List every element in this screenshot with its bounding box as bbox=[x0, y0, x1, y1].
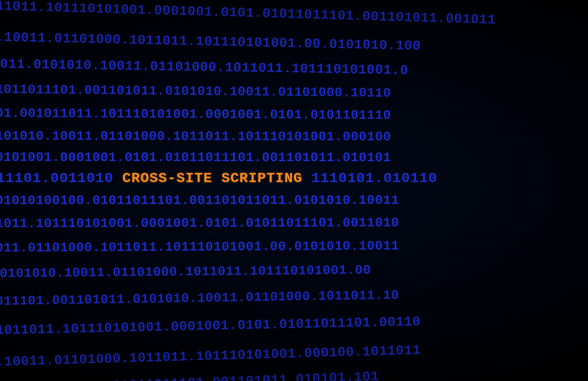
center-row: 011101.0011010 CROSS-SITE SCRIPTING 1110… bbox=[0, 171, 575, 185]
binary-row: .10011.01101000.1011011.101110101001.00.… bbox=[0, 31, 584, 56]
binary-row: .0101010.10011.01101000.1011011.10111010… bbox=[0, 261, 580, 280]
binary-row: 01011011101.001101011.0101010.10011.0110… bbox=[0, 83, 575, 101]
center-binary-left: 011101.0011010 bbox=[0, 170, 122, 186]
highlight-text: CROSS-SITE SCRIPTING bbox=[122, 170, 302, 186]
binary-row: .1011.101110101001.0001001.0101.01011011… bbox=[0, 216, 575, 230]
binary-row: 0101010.10011.01101000.1011011.101110101… bbox=[0, 130, 575, 144]
binary-row: 0011.01101000.1011011.101110101001.00.01… bbox=[0, 238, 575, 254]
binary-row: 10101001.0001001.0101.01011011101.001101… bbox=[0, 151, 575, 164]
binary-row: .10011.01101000.1011011.101110101001.000… bbox=[0, 339, 584, 369]
binary-row: 001010100100.01011011101.001101011011.01… bbox=[0, 194, 575, 207]
binary-row: 01011011.101110101001.0001001.0101.01011… bbox=[0, 312, 575, 337]
binary-canvas: 011011.101110101001.0001001.0101.0101101… bbox=[0, 0, 588, 381]
binary-row: .011.0101010.10011.01101000.1011011.1011… bbox=[0, 57, 580, 80]
center-binary-right: 1110101.010110 bbox=[302, 170, 437, 186]
binary-row: 011011.101110101001.0001001.0101.0101101… bbox=[0, 0, 575, 29]
binary-row: 1011101.001101011.0101010.10011.01101000… bbox=[0, 286, 575, 308]
binary-row: 001.001011011.101110101001.0001001.0101.… bbox=[0, 107, 575, 123]
